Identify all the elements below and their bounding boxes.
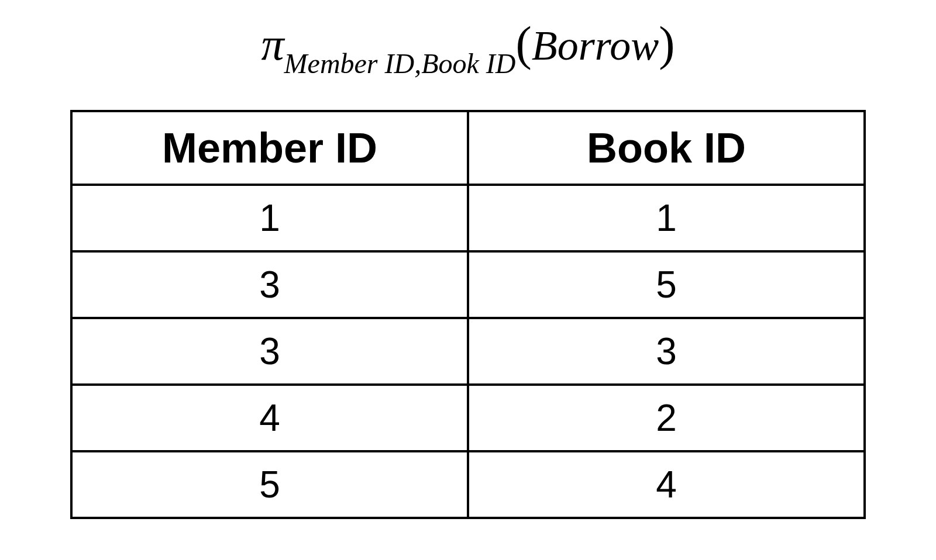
cell-member-id: 5	[71, 451, 468, 518]
cell-book-id: 4	[468, 451, 865, 518]
table-container: Member ID Book ID 1 1 3 5 3 3 4 2 5	[0, 110, 936, 519]
cell-member-id: 3	[71, 318, 468, 385]
relation-name: Borrow	[532, 22, 659, 69]
table-row: 3 3	[71, 318, 865, 385]
cell-book-id: 5	[468, 251, 865, 318]
table-row: 5 4	[71, 451, 865, 518]
projection-formula: πMember ID,Book ID(Borrow)	[0, 18, 936, 75]
projection-result-table: Member ID Book ID 1 1 3 5 3 3 4 2 5	[70, 110, 866, 519]
cell-book-id: 2	[468, 385, 865, 451]
table-header-row: Member ID Book ID	[71, 111, 865, 185]
paren-close: )	[659, 17, 675, 70]
column-header-member-id: Member ID	[71, 111, 468, 185]
table-row: 4 2	[71, 385, 865, 451]
cell-member-id: 3	[71, 251, 468, 318]
pi-symbol: π	[261, 19, 284, 70]
projection-attributes: Member ID,Book ID	[284, 48, 516, 79]
table-row: 1 1	[71, 185, 865, 251]
cell-book-id: 3	[468, 318, 865, 385]
cell-book-id: 1	[468, 185, 865, 251]
column-header-book-id: Book ID	[468, 111, 865, 185]
paren-open: (	[515, 17, 531, 70]
cell-member-id: 4	[71, 385, 468, 451]
cell-member-id: 1	[71, 185, 468, 251]
table-row: 3 5	[71, 251, 865, 318]
